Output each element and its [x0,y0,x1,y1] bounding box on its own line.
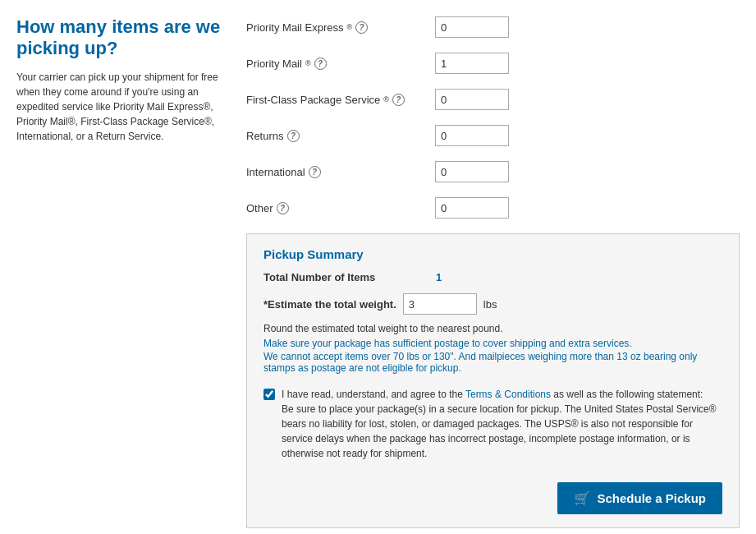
postage-info-link[interactable]: Make sure your package has sufficient po… [263,338,722,349]
other-input[interactable] [435,197,509,219]
international-input[interactable] [435,161,509,182]
schedule-pickup-button[interactable]: 🛒 Schedule a Pickup [557,482,722,514]
returns-input[interactable] [435,125,509,146]
priority-mail-express-help-icon[interactable]: ? [355,21,368,34]
weight-limit-info-link[interactable]: We cannot accept items over 70 lbs or 13… [263,351,722,374]
right-panel: Priority Mail Express® ? Priority Mail® … [246,16,740,528]
pickup-summary-title: Pickup Summary [263,247,722,261]
international-label: International ? [246,166,427,178]
returns-help-icon[interactable]: ? [287,130,300,142]
other-help-icon[interactable]: ? [277,202,289,214]
first-class-input[interactable] [435,89,509,110]
priority-mail-express-input[interactable] [435,16,509,38]
terms-conditions-link[interactable]: Terms & Conditions [465,389,551,400]
international-help-icon[interactable]: ? [309,166,321,178]
left-panel: How many items are we picking up? Your c… [16,16,230,528]
priority-mail-input[interactable] [435,53,509,74]
form-row-priority-mail-express: Priority Mail Express® ? [246,16,740,38]
form-row-first-class: First-Class Package Service® ? [246,89,740,110]
form-row-priority-mail: Priority Mail® ? [246,53,740,74]
round-note: Round the estimated total weight to the … [263,323,722,334]
pickup-summary-box: Pickup Summary Total Number of Items 1 *… [246,233,740,528]
other-label: Other ? [246,202,427,214]
first-class-label: First-Class Package Service® ? [246,94,427,106]
form-row-other: Other ? [246,197,740,219]
weight-row: *Estimate the total weight. lbs [263,293,722,315]
returns-label: Returns ? [246,130,427,142]
page-description: Your carrier can pick up your shipment f… [16,70,230,144]
cart-icon: 🛒 [574,490,590,506]
terms-checkbox[interactable] [263,389,275,400]
priority-mail-help-icon[interactable]: ? [314,58,327,70]
page-title: How many items are we picking up? [16,16,230,60]
terms-text: I have read, understand, and agree to th… [282,387,722,461]
terms-checkbox-section: I have read, understand, and agree to th… [263,387,722,461]
weight-input[interactable] [403,293,477,315]
total-items-row: Total Number of Items 1 [263,271,722,283]
first-class-help-icon[interactable]: ? [392,94,405,106]
total-items-label: Total Number of Items [263,271,428,283]
weight-label: *Estimate the total weight. [263,298,396,311]
footer-bar: 🛒 Schedule a Pickup [263,474,722,514]
form-row-returns: Returns ? [246,125,740,146]
priority-mail-label: Priority Mail® ? [246,58,427,70]
total-items-value: 1 [436,271,442,283]
priority-mail-express-label: Priority Mail Express® ? [246,21,427,34]
form-row-international: International ? [246,161,740,182]
schedule-button-label: Schedule a Pickup [597,491,706,505]
lbs-label: lbs [483,298,497,311]
